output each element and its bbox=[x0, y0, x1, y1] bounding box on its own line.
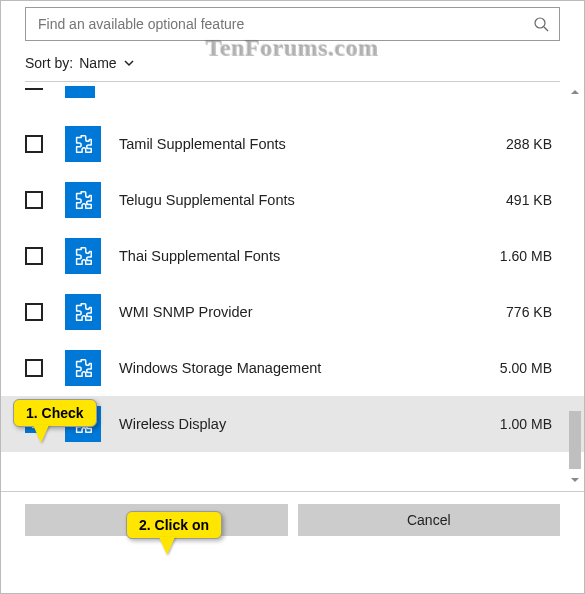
feature-name: Tamil Supplemental Fonts bbox=[119, 136, 506, 152]
search-icon bbox=[533, 16, 549, 32]
sort-by[interactable]: Sort by: Name bbox=[25, 55, 560, 71]
annotation-tail bbox=[159, 537, 175, 555]
feature-size: 491 KB bbox=[506, 192, 560, 208]
puzzle-icon bbox=[65, 182, 101, 218]
feature-size: 1.60 MB bbox=[500, 248, 560, 264]
list-item[interactable]: Telugu Supplemental Fonts 491 KB bbox=[1, 172, 584, 228]
scroll-up-icon[interactable] bbox=[568, 85, 582, 99]
svg-point-0 bbox=[535, 18, 545, 28]
checkbox[interactable] bbox=[25, 303, 43, 321]
chevron-down-icon bbox=[123, 57, 135, 69]
list-item[interactable]: Windows Storage Management 5.00 MB bbox=[1, 340, 584, 396]
list-item[interactable]: Thai Supplemental Fonts 1.60 MB bbox=[1, 228, 584, 284]
checkbox[interactable] bbox=[25, 191, 43, 209]
checkbox[interactable] bbox=[25, 247, 43, 265]
search-input-container[interactable] bbox=[25, 7, 560, 41]
puzzle-icon bbox=[65, 238, 101, 274]
puzzle-icon bbox=[65, 350, 101, 386]
puzzle-icon bbox=[65, 86, 95, 98]
feature-size: 288 KB bbox=[506, 136, 560, 152]
feature-name: Windows Storage Management bbox=[119, 360, 500, 376]
feature-name: Wireless Display bbox=[119, 416, 500, 432]
feature-name: Thai Supplemental Fonts bbox=[119, 248, 500, 264]
sort-label: Sort by: bbox=[25, 55, 73, 71]
feature-name: Telugu Supplemental Fonts bbox=[119, 192, 506, 208]
puzzle-icon bbox=[65, 294, 101, 330]
feature-list: Tamil Supplemental Fonts 288 KB Telugu S… bbox=[1, 81, 584, 491]
feature-size: 776 KB bbox=[506, 304, 560, 320]
checkbox[interactable] bbox=[25, 135, 43, 153]
svg-line-1 bbox=[544, 27, 548, 31]
puzzle-icon bbox=[65, 126, 101, 162]
scrollbar[interactable] bbox=[568, 85, 582, 487]
list-item-partial bbox=[1, 86, 584, 116]
feature-size: 5.00 MB bbox=[500, 360, 560, 376]
checkbox[interactable] bbox=[25, 86, 43, 90]
annotation-click: 2. Click on bbox=[126, 511, 222, 539]
feature-name: WMI SNMP Provider bbox=[119, 304, 506, 320]
scroll-down-icon[interactable] bbox=[568, 473, 582, 487]
divider bbox=[25, 81, 560, 82]
footer: Install (1) Cancel bbox=[1, 491, 584, 548]
annotation-check: 1. Check bbox=[13, 399, 97, 427]
feature-size: 1.00 MB bbox=[500, 416, 560, 432]
search-input[interactable] bbox=[36, 15, 533, 33]
cancel-button[interactable]: Cancel bbox=[298, 504, 561, 536]
list-item[interactable]: WMI SNMP Provider 776 KB bbox=[1, 284, 584, 340]
sort-value: Name bbox=[79, 55, 116, 71]
annotation-tail bbox=[33, 425, 49, 443]
checkbox[interactable] bbox=[25, 359, 43, 377]
list-item[interactable]: Tamil Supplemental Fonts 288 KB bbox=[1, 116, 584, 172]
scroll-thumb[interactable] bbox=[569, 411, 581, 469]
